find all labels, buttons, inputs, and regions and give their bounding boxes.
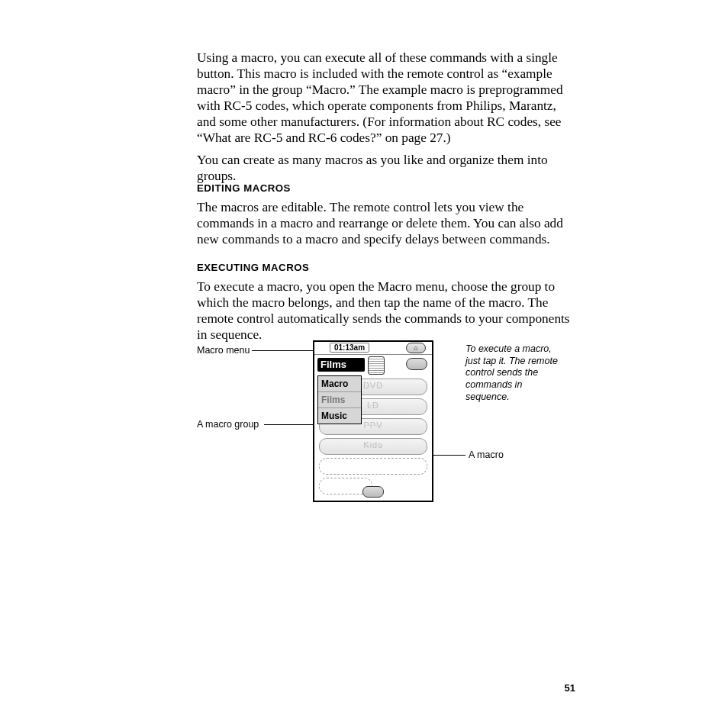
intro-paragraph: Using a macro, you can execute all of th… xyxy=(197,50,571,147)
label-macro-menu: Macro menu xyxy=(197,345,250,357)
heading-executing-macros: EXECUTING MACROS xyxy=(197,262,309,273)
leader-a-macro xyxy=(433,455,465,456)
editing-paragraph: The macros are editable. The remote cont… xyxy=(197,199,571,247)
label-a-macro: A macro xyxy=(469,449,504,462)
page-icon[interactable] xyxy=(362,486,384,498)
remote-titlebar: Films xyxy=(314,355,432,375)
groups-paragraph: You can create as many macros as you lik… xyxy=(197,152,571,184)
macro-menu-dropdown[interactable]: Macro Films Music xyxy=(317,375,362,424)
macro-row-empty[interactable] xyxy=(319,458,427,475)
home-icon[interactable]: ⌂ xyxy=(406,343,426,353)
learn-icon[interactable] xyxy=(406,358,427,370)
leader-macro-group xyxy=(264,424,314,425)
label-macro-group: A macro group xyxy=(197,419,259,431)
macro-diagram: Macro menu A macro group To execute a ma… xyxy=(197,340,601,516)
macro-row-label: Kids xyxy=(320,440,427,449)
menu-item-music[interactable]: Music xyxy=(318,408,361,424)
remote-statusbar: 01:13am ⌂ xyxy=(314,342,432,355)
page-number: 51 xyxy=(565,682,575,694)
remote-screen: 01:13am ⌂ Films Macro Films Music DVD LD… xyxy=(313,340,433,502)
menu-item-films[interactable]: Films xyxy=(318,392,361,408)
macro-row-kids[interactable]: Kids xyxy=(319,438,427,455)
leader-macro-menu xyxy=(252,350,313,351)
heading-editing-macros: EDITING MACROS xyxy=(197,182,291,194)
menu-item-macro[interactable]: Macro xyxy=(318,376,361,392)
diagram-caption: To execute a macro, just tap it. The rem… xyxy=(465,343,565,403)
remote-title[interactable]: Films xyxy=(317,358,365,372)
list-icon[interactable] xyxy=(368,356,385,375)
executing-paragraph: To execute a macro, you open the Macro m… xyxy=(197,279,571,343)
remote-time: 01:13am xyxy=(330,343,369,353)
